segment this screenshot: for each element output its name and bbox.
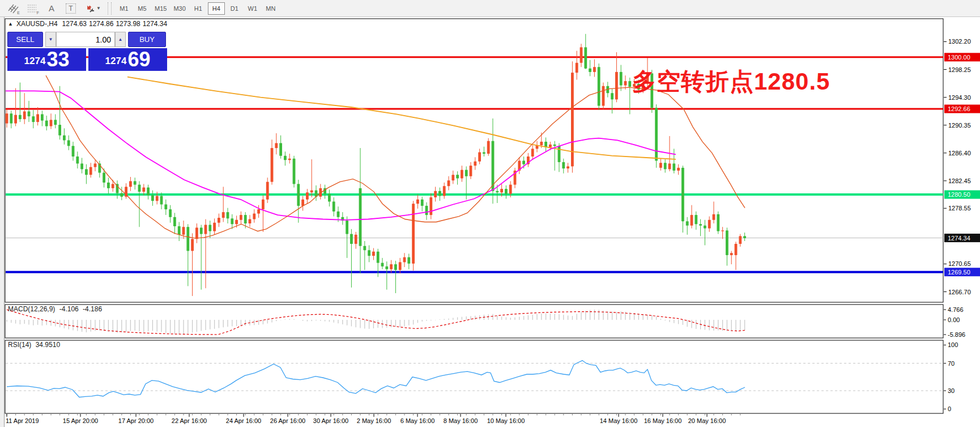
svg-text:1302.20: 1302.20 <box>948 38 971 45</box>
volume-input[interactable] <box>56 32 115 47</box>
svg-text:1266.70: 1266.70 <box>948 289 971 295</box>
svg-text:6 May 16:00: 6 May 16:00 <box>400 417 435 424</box>
timeframe-button-H1[interactable]: H1 <box>190 2 207 15</box>
svg-text:30 Apr 16:00: 30 Apr 16:00 <box>313 417 348 424</box>
left-dock-gutter[interactable] <box>0 17 5 427</box>
svg-text:2 May 16:00: 2 May 16:00 <box>357 417 391 424</box>
top-toolbar: E F A T ▼ M1M5M15M30H1H4D1W1MN <box>0 0 980 17</box>
svg-text:0.00: 0.00 <box>948 316 960 323</box>
rsi-title: RSI(14) <box>8 341 31 349</box>
timeframe-button-M15[interactable]: M15 <box>152 2 169 15</box>
buy-price-pips: 69 <box>127 49 150 70</box>
rsi-value: 34.9510 <box>36 341 60 349</box>
svg-text:1300.00: 1300.00 <box>948 54 970 61</box>
timeframe-button-D1[interactable]: D1 <box>226 2 243 15</box>
sell-button[interactable]: SELL <box>7 32 43 47</box>
svg-text:22 Apr 16:00: 22 Apr 16:00 <box>172 417 207 424</box>
svg-text:24 Apr 16:00: 24 Apr 16:00 <box>226 417 261 424</box>
svg-text:1292.66: 1292.66 <box>948 105 970 112</box>
chart-window: 1302.201298.251294.301290.351286.401282.… <box>5 17 980 427</box>
sell-price-display[interactable]: 1274 33 <box>7 48 86 71</box>
svg-text:1274.34: 1274.34 <box>948 235 970 242</box>
timeframe-button-W1[interactable]: W1 <box>244 2 261 15</box>
fibonacci-grid-icon[interactable]: F <box>23 2 42 15</box>
svg-text:20 May 16:00: 20 May 16:00 <box>688 417 726 424</box>
svg-text:26 Apr 16:00: 26 Apr 16:00 <box>270 417 305 424</box>
svg-text:1270.65: 1270.65 <box>948 260 971 267</box>
svg-text:10 May 16:00: 10 May 16:00 <box>487 417 525 424</box>
arrow-objects-icon[interactable]: ▼ <box>80 2 105 15</box>
buy-price-display[interactable]: 1274 69 <box>88 48 167 71</box>
symbol-name: XAUUSD-,H4 <box>16 20 58 28</box>
svg-text:1290.35: 1290.35 <box>948 122 971 129</box>
svg-text:0: 0 <box>948 405 951 412</box>
svg-text:30: 30 <box>948 387 955 394</box>
volume-decrease-button[interactable]: ▼ <box>45 32 56 47</box>
macd-title: MACD(12,26,9) <box>8 305 55 313</box>
timeframe-button-H4[interactable]: H4 <box>208 2 225 15</box>
svg-text:11 Apr 2019: 11 Apr 2019 <box>6 417 39 424</box>
svg-text:1280.50: 1280.50 <box>948 191 970 198</box>
sell-price-pips: 33 <box>46 49 69 70</box>
svg-text:1286.40: 1286.40 <box>948 150 971 157</box>
toolbar-separator <box>108 2 112 15</box>
equidistant-channel-icon[interactable]: E <box>3 2 23 15</box>
timeframe-button-M30[interactable]: M30 <box>171 2 188 15</box>
one-click-trading-panel: SELL ▼ ▲ BUY 1274 33 1274 69 <box>7 32 168 71</box>
ohlc-open: 1274.63 <box>62 20 87 28</box>
ohlc-high: 1274.86 <box>89 20 113 28</box>
macd-main-value: -4.106 <box>59 305 79 313</box>
svg-text:1269.50: 1269.50 <box>948 269 970 276</box>
collapse-triangle-icon[interactable]: ▲ <box>8 21 13 27</box>
buy-price-prefix: 1274 <box>105 53 127 70</box>
chart-annotation-text: 多空转折点1280.5 <box>632 66 830 98</box>
sell-price-prefix: 1274 <box>24 53 46 70</box>
symbol-header: ▲ XAUUSD-,H4 1274.63 1274.86 1273.98 127… <box>8 20 167 28</box>
chart-canvas[interactable]: 1302.201298.251294.301290.351286.401282.… <box>5 17 980 427</box>
timeframe-button-M1[interactable]: M1 <box>116 2 133 15</box>
rsi-indicator-label: RSI(14) 34.9510 <box>8 341 62 349</box>
timeframe-toolbar: M1M5M15M30H1H4D1W1MN <box>115 2 280 15</box>
macd-signal-value: -4.186 <box>83 305 102 313</box>
object-tools-group: E F A T ▼ <box>0 2 105 15</box>
timeframe-button-MN[interactable]: MN <box>262 2 279 15</box>
svg-text:1294.30: 1294.30 <box>948 94 971 101</box>
svg-text:4.766: 4.766 <box>948 306 964 313</box>
timeframe-button-M5[interactable]: M5 <box>134 2 151 15</box>
svg-text:100: 100 <box>948 341 958 348</box>
text-label-icon[interactable]: A <box>42 2 61 15</box>
svg-text:17 Apr 20:00: 17 Apr 20:00 <box>118 417 154 424</box>
svg-text:1298.25: 1298.25 <box>948 66 971 73</box>
buy-button[interactable]: BUY <box>128 32 166 47</box>
text-box-icon[interactable]: T <box>61 2 80 15</box>
ohlc-low: 1273.98 <box>116 20 140 28</box>
ohlc-close: 1274.34 <box>143 20 167 28</box>
svg-text:16 May 16:00: 16 May 16:00 <box>644 417 682 424</box>
svg-text:1278.55: 1278.55 <box>948 205 971 212</box>
macd-indicator-label: MACD(12,26,9) -4.106 -4.186 <box>8 305 104 313</box>
svg-text:15 Apr 20:00: 15 Apr 20:00 <box>63 417 98 424</box>
svg-text:14 May 16:00: 14 May 16:00 <box>600 417 638 424</box>
svg-text:70: 70 <box>948 360 955 367</box>
volume-increase-button[interactable]: ▲ <box>115 32 126 47</box>
svg-text:-5.896: -5.896 <box>948 331 965 338</box>
svg-text:1282.45: 1282.45 <box>948 177 971 184</box>
svg-text:8 May 16:00: 8 May 16:00 <box>444 417 478 424</box>
